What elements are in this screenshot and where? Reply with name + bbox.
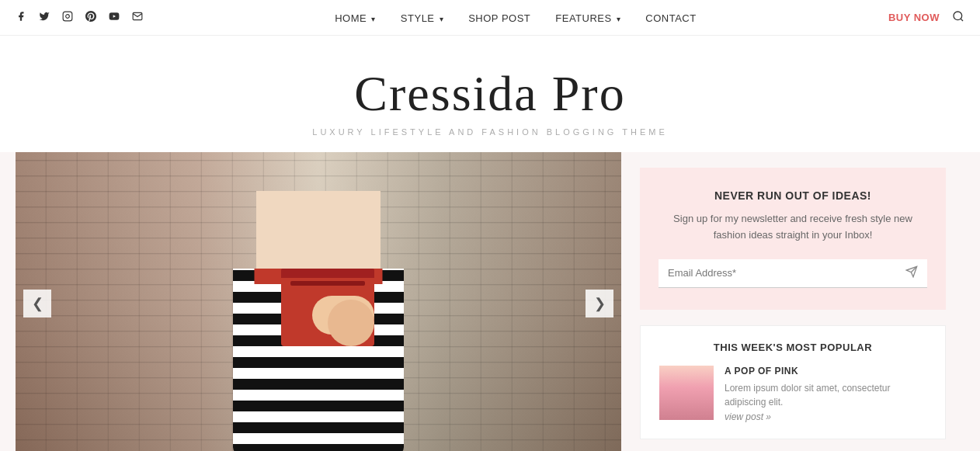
nav-right: BUY NOW [888,10,964,26]
instagram-icon[interactable] [62,11,73,25]
popular-section-title: THIS WEEK'S MOST POPULAR [659,342,926,353]
slider-prev-button[interactable]: ❮ [23,290,51,317]
slider-next-button[interactable]: ❯ [586,290,613,317]
popular-item: A POP OF PINK Lorem ipsum dolor sit amet… [659,366,926,423]
popular-item-info: A POP OF PINK Lorem ipsum dolor sit amet… [725,366,926,423]
image-slider: ❮ ❯ [16,152,621,451]
newsletter-box: NEVER RUN OUT OF IDEAS! Sign up for my n… [640,168,946,310]
send-icon[interactable] [905,265,918,281]
brand-section: Cressida Pro LUXURY LIFESTYLE AND FASHIO… [0,36,980,152]
menu-item-contact[interactable]: CONTACT [645,11,696,25]
facebook-icon[interactable] [16,11,26,25]
main-content: ❮ ❯ NEVER RUN OUT OF IDEAS! Sign up for … [0,152,980,451]
email-input-row [659,259,927,288]
menu-item-home[interactable]: HOME ▾ [335,11,376,25]
buy-now-button[interactable]: BUY NOW [888,12,940,23]
menu-item-shop-post[interactable]: SHOP POST [468,11,530,25]
svg-line-4 [961,19,963,21]
email-input[interactable] [668,267,905,279]
dropdown-arrow: ▾ [440,15,444,23]
svg-rect-0 [63,12,72,21]
brand-title: Cressida Pro [16,67,964,121]
thumbnail-image [659,366,714,420]
dropdown-arrow: ▾ [617,15,621,23]
top-navigation: HOME ▾ STYLE ▾ SHOP POST FEATURES ▾ CONT… [0,0,980,36]
social-icons-group [16,11,143,25]
search-icon[interactable] [952,10,964,26]
twitter-icon[interactable] [39,11,50,25]
newsletter-description: Sign up for my newsletter and receive fr… [659,211,927,244]
brand-subtitle: LUXURY LIFESTYLE AND FASHION BLOGGING TH… [16,127,964,137]
slider-image [16,152,621,451]
dropdown-arrow: ▾ [371,15,376,23]
popular-box: THIS WEEK'S MOST POPULAR A POP OF PINK L… [640,325,946,439]
menu-item-features[interactable]: FEATURES ▾ [555,11,620,25]
youtube-icon[interactable] [109,11,120,25]
menu-item-style[interactable]: STYLE ▾ [401,11,443,25]
newsletter-title: NEVER RUN OUT OF IDEAS! [659,189,927,202]
popular-item-description: Lorem ipsum dolor sit amet, consectetur … [725,381,926,409]
pinterest-icon[interactable] [85,11,96,25]
popular-item-title: A POP OF PINK [725,366,926,376]
email-icon[interactable] [132,11,143,25]
svg-point-3 [954,12,962,20]
popular-item-link[interactable]: view post » [725,411,771,422]
popular-thumbnail [659,366,714,420]
sidebar: NEVER RUN OUT OF IDEAS! Sign up for my n… [621,152,964,451]
main-menu: HOME ▾ STYLE ▾ SHOP POST FEATURES ▾ CONT… [143,11,888,25]
